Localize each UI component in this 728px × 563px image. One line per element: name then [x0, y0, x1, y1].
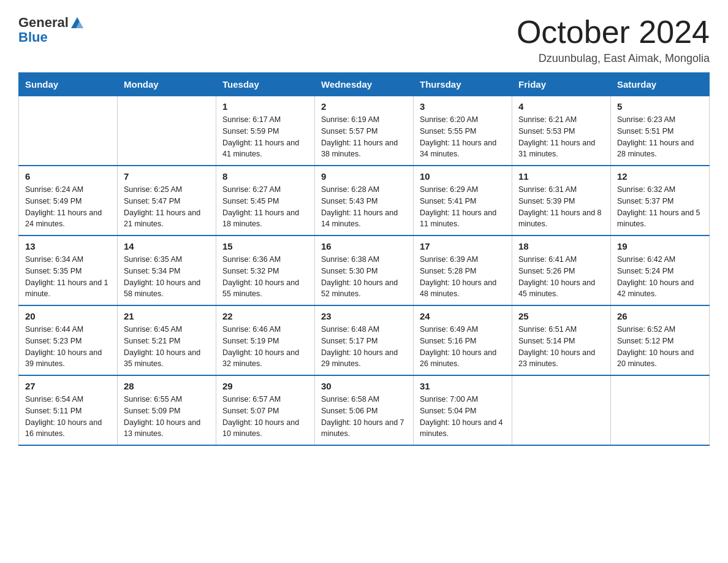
- day-number: 24: [420, 311, 506, 321]
- day-number: 9: [321, 171, 407, 182]
- day-number: 10: [420, 171, 506, 182]
- page-header: General Blue October 2024 Dzuunbulag, Ea…: [18, 15, 710, 65]
- day-info: Sunrise: 7:00 AM Sunset: 5:04 PM Dayligh…: [420, 394, 506, 440]
- calendar-header-tuesday: Tuesday: [216, 73, 315, 96]
- calendar-header-row: SundayMondayTuesdayWednesdayThursdayFrid…: [19, 73, 710, 96]
- calendar-header-wednesday: Wednesday: [315, 73, 414, 96]
- day-info: Sunrise: 6:34 AM Sunset: 5:35 PM Dayligh…: [25, 254, 111, 300]
- calendar-cell: 26Sunrise: 6:52 AM Sunset: 5:12 PM Dayli…: [611, 305, 710, 375]
- calendar-cell: 6Sunrise: 6:24 AM Sunset: 5:49 PM Daylig…: [19, 166, 118, 236]
- title-block: October 2024 Dzuunbulag, East Aimak, Mon…: [517, 15, 710, 65]
- calendar-cell: 13Sunrise: 6:34 AM Sunset: 5:35 PM Dayli…: [19, 236, 118, 305]
- calendar-cell: 14Sunrise: 6:35 AM Sunset: 5:34 PM Dayli…: [118, 236, 216, 305]
- day-info: Sunrise: 6:28 AM Sunset: 5:43 PM Dayligh…: [321, 184, 407, 230]
- calendar-cell: 1Sunrise: 6:17 AM Sunset: 5:59 PM Daylig…: [216, 96, 315, 166]
- calendar-header-thursday: Thursday: [414, 73, 512, 96]
- calendar-cell: 16Sunrise: 6:38 AM Sunset: 5:30 PM Dayli…: [315, 236, 414, 305]
- day-number: 12: [617, 171, 703, 182]
- day-number: 16: [321, 241, 407, 251]
- day-info: Sunrise: 6:29 AM Sunset: 5:41 PM Dayligh…: [420, 184, 506, 230]
- day-info: Sunrise: 6:21 AM Sunset: 5:53 PM Dayligh…: [518, 114, 604, 160]
- day-info: Sunrise: 6:36 AM Sunset: 5:32 PM Dayligh…: [222, 254, 308, 300]
- calendar-cell: 31Sunrise: 7:00 AM Sunset: 5:04 PM Dayli…: [414, 375, 512, 445]
- calendar-cell: 2Sunrise: 6:19 AM Sunset: 5:57 PM Daylig…: [315, 96, 414, 166]
- calendar-header-monday: Monday: [118, 73, 216, 96]
- calendar-cell: 3Sunrise: 6:20 AM Sunset: 5:55 PM Daylig…: [414, 96, 512, 166]
- calendar-cell: 5Sunrise: 6:23 AM Sunset: 5:51 PM Daylig…: [611, 96, 710, 166]
- day-info: Sunrise: 6:46 AM Sunset: 5:19 PM Dayligh…: [222, 324, 308, 370]
- day-number: 2: [321, 101, 407, 112]
- calendar-cell: [512, 375, 611, 445]
- day-number: 22: [222, 311, 308, 321]
- day-info: Sunrise: 6:58 AM Sunset: 5:06 PM Dayligh…: [321, 394, 407, 440]
- day-info: Sunrise: 6:19 AM Sunset: 5:57 PM Dayligh…: [321, 114, 407, 160]
- day-number: 3: [420, 101, 506, 112]
- day-info: Sunrise: 6:55 AM Sunset: 5:09 PM Dayligh…: [124, 394, 210, 440]
- day-number: 18: [518, 241, 604, 251]
- day-number: 11: [518, 171, 604, 182]
- logo-icon: [70, 16, 85, 29]
- day-number: 8: [222, 171, 308, 182]
- day-info: Sunrise: 6:57 AM Sunset: 5:07 PM Dayligh…: [222, 394, 308, 440]
- day-info: Sunrise: 6:17 AM Sunset: 5:59 PM Dayligh…: [222, 114, 308, 160]
- calendar-cell: 4Sunrise: 6:21 AM Sunset: 5:53 PM Daylig…: [512, 96, 611, 166]
- day-info: Sunrise: 6:27 AM Sunset: 5:45 PM Dayligh…: [222, 184, 308, 230]
- day-number: 5: [617, 101, 703, 112]
- day-number: 6: [25, 171, 111, 182]
- day-number: 26: [617, 311, 703, 321]
- calendar-cell: 22Sunrise: 6:46 AM Sunset: 5:19 PM Dayli…: [216, 305, 315, 375]
- calendar-cell: 19Sunrise: 6:42 AM Sunset: 5:24 PM Dayli…: [611, 236, 710, 305]
- day-info: Sunrise: 6:23 AM Sunset: 5:51 PM Dayligh…: [617, 114, 703, 160]
- calendar-cell: 10Sunrise: 6:29 AM Sunset: 5:41 PM Dayli…: [414, 166, 512, 236]
- calendar-cell: 17Sunrise: 6:39 AM Sunset: 5:28 PM Dayli…: [414, 236, 512, 305]
- calendar-cell: 21Sunrise: 6:45 AM Sunset: 5:21 PM Dayli…: [118, 305, 216, 375]
- calendar-cell: 15Sunrise: 6:36 AM Sunset: 5:32 PM Dayli…: [216, 236, 315, 305]
- calendar-header-saturday: Saturday: [611, 73, 710, 96]
- calendar-cell: 23Sunrise: 6:48 AM Sunset: 5:17 PM Dayli…: [315, 305, 414, 375]
- day-info: Sunrise: 6:52 AM Sunset: 5:12 PM Dayligh…: [617, 324, 703, 370]
- day-number: 1: [222, 101, 308, 112]
- day-number: 15: [222, 241, 308, 251]
- calendar-week-row: 27Sunrise: 6:54 AM Sunset: 5:11 PM Dayli…: [19, 375, 710, 445]
- day-info: Sunrise: 6:38 AM Sunset: 5:30 PM Dayligh…: [321, 254, 407, 300]
- calendar-cell: [19, 96, 118, 166]
- calendar-cell: 11Sunrise: 6:31 AM Sunset: 5:39 PM Dayli…: [512, 166, 611, 236]
- calendar-cell: 30Sunrise: 6:58 AM Sunset: 5:06 PM Dayli…: [315, 375, 414, 445]
- day-info: Sunrise: 6:39 AM Sunset: 5:28 PM Dayligh…: [420, 254, 506, 300]
- calendar-cell: 24Sunrise: 6:49 AM Sunset: 5:16 PM Dayli…: [414, 305, 512, 375]
- calendar-week-row: 20Sunrise: 6:44 AM Sunset: 5:23 PM Dayli…: [19, 305, 710, 375]
- day-number: 13: [25, 241, 111, 251]
- day-number: 28: [124, 381, 210, 391]
- day-info: Sunrise: 6:31 AM Sunset: 5:39 PM Dayligh…: [518, 184, 604, 230]
- calendar-cell: 28Sunrise: 6:55 AM Sunset: 5:09 PM Dayli…: [118, 375, 216, 445]
- logo: General Blue: [18, 15, 85, 45]
- day-number: 27: [25, 381, 111, 391]
- day-info: Sunrise: 6:51 AM Sunset: 5:14 PM Dayligh…: [518, 324, 604, 370]
- calendar-cell: 9Sunrise: 6:28 AM Sunset: 5:43 PM Daylig…: [315, 166, 414, 236]
- day-number: 4: [518, 101, 604, 112]
- calendar-header-friday: Friday: [512, 73, 611, 96]
- day-number: 20: [25, 311, 111, 321]
- day-info: Sunrise: 6:20 AM Sunset: 5:55 PM Dayligh…: [420, 114, 506, 160]
- calendar-cell: 12Sunrise: 6:32 AM Sunset: 5:37 PM Dayli…: [611, 166, 710, 236]
- day-info: Sunrise: 6:35 AM Sunset: 5:34 PM Dayligh…: [124, 254, 210, 300]
- day-number: 25: [518, 311, 604, 321]
- calendar-week-row: 1Sunrise: 6:17 AM Sunset: 5:59 PM Daylig…: [19, 96, 710, 166]
- day-number: 19: [617, 241, 703, 251]
- day-number: 30: [321, 381, 407, 391]
- day-number: 7: [124, 171, 210, 182]
- calendar-cell: 25Sunrise: 6:51 AM Sunset: 5:14 PM Dayli…: [512, 305, 611, 375]
- day-info: Sunrise: 6:45 AM Sunset: 5:21 PM Dayligh…: [124, 324, 210, 370]
- day-info: Sunrise: 6:41 AM Sunset: 5:26 PM Dayligh…: [518, 254, 604, 300]
- day-number: 17: [420, 241, 506, 251]
- logo-text-general: General: [18, 15, 69, 31]
- page-subtitle: Dzuunbulag, East Aimak, Mongolia: [517, 52, 710, 65]
- calendar-cell: 29Sunrise: 6:57 AM Sunset: 5:07 PM Dayli…: [216, 375, 315, 445]
- calendar-cell: 18Sunrise: 6:41 AM Sunset: 5:26 PM Dayli…: [512, 236, 611, 305]
- day-number: 23: [321, 311, 407, 321]
- calendar-cell: 27Sunrise: 6:54 AM Sunset: 5:11 PM Dayli…: [19, 375, 118, 445]
- calendar-week-row: 6Sunrise: 6:24 AM Sunset: 5:49 PM Daylig…: [19, 166, 710, 236]
- day-number: 29: [222, 381, 308, 391]
- day-number: 21: [124, 311, 210, 321]
- calendar-header-sunday: Sunday: [19, 73, 118, 96]
